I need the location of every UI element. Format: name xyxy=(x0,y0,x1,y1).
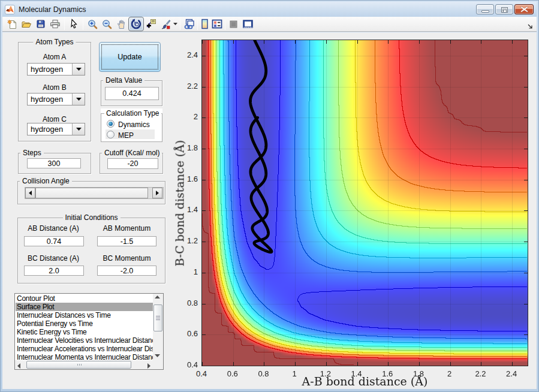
collision-angle-title: Collision Angle xyxy=(20,177,72,185)
bc-distance-field[interactable]: 2.0 xyxy=(24,266,84,276)
listbox-item[interactable]: Internuclear Distances vs Time xyxy=(16,311,153,319)
collision-angle-slider[interactable] xyxy=(25,187,164,199)
vscroll-thumb[interactable] xyxy=(153,304,162,331)
mep-radio[interactable] xyxy=(107,131,115,138)
titlebar[interactable]: Molecular Dynamics xyxy=(2,2,537,17)
print-figure-button[interactable] xyxy=(48,17,62,31)
scroll-down-icon[interactable] xyxy=(155,354,160,357)
ab-momentum-label: AB Momentum xyxy=(92,224,161,233)
cutoff-field[interactable]: -20 xyxy=(107,158,158,169)
listbox-item[interactable]: Potential Energy vs Time xyxy=(16,319,153,328)
toolbar-separator xyxy=(197,19,198,30)
toolbar-separator xyxy=(180,19,180,30)
rotate-3d-icon xyxy=(131,19,141,29)
ab-distance-field[interactable]: 0.74 xyxy=(24,236,84,246)
steps-title: Steps xyxy=(20,149,44,157)
toolbar-separator xyxy=(64,19,65,30)
atom-c-value: hydrogen xyxy=(28,125,72,134)
initial-conditions-title: Initial Conditions xyxy=(62,213,120,222)
calculation-type-title: Calculation Type xyxy=(104,109,161,117)
brush-dropdown-arrow[interactable] xyxy=(173,17,178,31)
delta-value-field[interactable]: 0.424 xyxy=(105,87,159,100)
atom-a-value: hydrogen xyxy=(28,65,72,74)
atom-a-label: Atom A xyxy=(18,53,91,61)
new-document-icon xyxy=(7,19,17,29)
insert-legend-button[interactable] xyxy=(210,17,224,31)
combo-arrow-icon[interactable] xyxy=(72,64,85,75)
scroll-up-icon[interactable] xyxy=(155,295,160,298)
y-axis-label: B-C bond distance (Å) xyxy=(173,40,186,367)
minimize-icon xyxy=(481,10,489,13)
ab-distance-label: AB Distance (A) xyxy=(17,224,89,233)
close-button[interactable] xyxy=(514,4,534,14)
listbox-vscrollbar[interactable] xyxy=(153,294,164,360)
listbox-item[interactable]: Surface Plot xyxy=(16,303,153,311)
slider-left-button[interactable] xyxy=(25,188,35,198)
restore-icon xyxy=(501,7,508,13)
slider-right-button[interactable] xyxy=(152,188,162,198)
toolbar-separator xyxy=(83,19,83,30)
steps-field[interactable]: 300 xyxy=(27,158,81,168)
scrollbar-corner xyxy=(153,360,164,370)
zoom-in-button[interactable] xyxy=(85,17,100,31)
cutoff-title: Cutoff (Kcal/ mol) xyxy=(102,149,162,157)
dynamics-radio-label: Dynamics xyxy=(118,120,150,129)
rotate-3d-button[interactable] xyxy=(128,17,144,31)
listbox-item[interactable]: Contour Plot xyxy=(16,294,153,303)
bc-momentum-field[interactable]: -2.0 xyxy=(97,266,156,276)
slider-thumb[interactable] xyxy=(35,188,148,198)
atom-b-combobox[interactable]: hydrogen xyxy=(27,93,85,105)
hide-plot-tools-button[interactable] xyxy=(226,17,240,31)
listbox-hscrollbar[interactable] xyxy=(15,360,153,370)
open-folder-icon xyxy=(21,19,32,29)
link-plot-icon xyxy=(184,19,195,29)
atom-c-combobox[interactable]: hydrogen xyxy=(27,123,85,135)
dock-figure-icon xyxy=(242,19,254,29)
pan-button[interactable] xyxy=(114,17,128,31)
update-button[interactable]: Update xyxy=(99,42,161,72)
pointer-icon xyxy=(69,19,79,29)
listbox-item[interactable]: Kinetic Energy vs Time xyxy=(16,328,153,336)
x-axis-label: A-B bond distance (Å) xyxy=(201,375,528,388)
colorbar-icon xyxy=(201,19,208,29)
brush-icon xyxy=(161,19,171,29)
scroll-left-icon[interactable] xyxy=(17,363,20,369)
ab-momentum-field[interactable]: -1.5 xyxy=(97,236,156,246)
atom-b-value: hydrogen xyxy=(28,95,72,104)
scroll-right-icon[interactable] xyxy=(147,363,150,369)
plot-type-listbox[interactable]: Contour PlotSurface PlotInternuclear Dis… xyxy=(14,293,164,370)
close-icon xyxy=(515,5,533,14)
open-file-button[interactable] xyxy=(19,17,34,31)
data-cursor-button[interactable] xyxy=(144,17,158,31)
atom-types-title: Atom Types xyxy=(33,38,76,46)
insert-colorbar-button[interactable] xyxy=(198,17,210,31)
listbox-item[interactable]: Internuclear Velocities vs Internuclear … xyxy=(16,336,153,345)
bc-momentum-label: BC Momentum xyxy=(92,254,161,263)
atom-b-label: Atom B xyxy=(18,83,91,92)
brush-data-button[interactable] xyxy=(158,17,173,31)
pes-contour-canvas[interactable] xyxy=(201,40,528,366)
hscroll-thumb[interactable] xyxy=(26,361,131,369)
window: Molecular Dynamics xyxy=(0,0,539,392)
restore-button[interactable] xyxy=(495,4,513,14)
hide-plot-tools-icon xyxy=(229,20,238,29)
zoom-out-button[interactable] xyxy=(100,17,114,31)
legend-icon xyxy=(212,19,222,29)
combo-arrow-icon[interactable] xyxy=(72,123,85,135)
atom-a-combobox[interactable]: hydrogen xyxy=(27,63,85,76)
listbox-item[interactable]: Internuclear Accelerations vs Internucle… xyxy=(16,345,153,353)
minimize-button[interactable] xyxy=(476,4,494,14)
matlab-logo-icon xyxy=(5,5,15,14)
toolbar-overflow-icon[interactable] xyxy=(528,21,533,32)
figure-background: Atom Types Atom A hydrogen Atom B hydrog… xyxy=(2,32,537,389)
new-figure-button[interactable] xyxy=(5,17,19,31)
bc-distance-label: BC Distance (A) xyxy=(17,254,89,263)
edit-plot-button[interactable] xyxy=(67,17,81,31)
save-figure-button[interactable] xyxy=(34,17,48,31)
link-plot-button[interactable] xyxy=(182,17,197,31)
dynamics-radio[interactable] xyxy=(107,120,115,128)
data-cursor-icon xyxy=(146,19,156,29)
combo-arrow-icon[interactable] xyxy=(72,94,85,105)
show-plot-tools-dock-button[interactable] xyxy=(240,17,255,31)
window-title: Molecular Dynamics xyxy=(19,5,86,14)
